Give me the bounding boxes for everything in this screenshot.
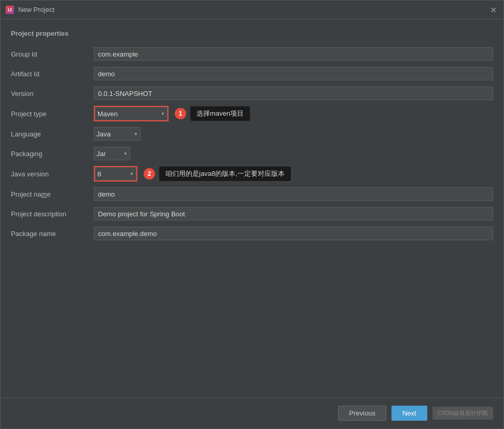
project-desc-label: Project description [11, 210, 94, 218]
annotation-2-number: 2 [144, 168, 155, 179]
version-row: Version [11, 86, 493, 101]
package-name-input[interactable] [94, 227, 493, 240]
close-button[interactable]: ✕ [488, 5, 498, 15]
section-title: Project properties [11, 30, 493, 37]
packaging-select-wrapper: Jar War [94, 147, 130, 160]
language-select-wrapper: Java Kotlin Groovy [94, 127, 141, 141]
package-name-row: Package name [11, 226, 493, 241]
packaging-label: Packaging [11, 150, 94, 158]
annotation-2: 2 咱们用的是java8的版本,一定要对应版本 [144, 167, 291, 181]
java-version-select-wrapper: 8 11 17 [94, 166, 137, 182]
annotation-2-text: 咱们用的是java8的版本,一定要对应版本 [159, 167, 291, 181]
project-desc-row: Project description [11, 206, 493, 221]
group-id-row: Group Id [11, 47, 493, 61]
group-id-label: Group Id [11, 50, 94, 58]
project-name-input[interactable] [94, 187, 493, 201]
language-select[interactable]: Java Kotlin Groovy [94, 127, 141, 141]
annotation-1-text: 选择maven项目 [190, 106, 250, 121]
project-name-label: Project name [11, 190, 94, 198]
annotation-1-number: 1 [175, 108, 186, 119]
watermark: CSDN@良辰针护戳 [432, 407, 493, 420]
java-version-label: Java version [11, 170, 94, 178]
previous-button[interactable]: Previous [338, 406, 386, 421]
packaging-select[interactable]: Jar War [94, 147, 130, 160]
project-type-select-wrapper: Maven Gradle [94, 106, 169, 121]
next-button[interactable]: Next [391, 406, 427, 421]
project-desc-input[interactable] [94, 207, 493, 220]
annotation-1: 1 选择maven项目 [175, 106, 250, 121]
form-content: Project properties Group Id Artifact Id … [1, 19, 503, 397]
version-input[interactable] [94, 87, 493, 100]
java-version-row: Java version 8 11 17 2 咱们用的是java8的版本,一定要… [11, 166, 493, 182]
project-type-label: Project type [11, 110, 94, 118]
group-id-input[interactable] [94, 47, 493, 61]
window-title: New Project [18, 6, 54, 13]
artifact-id-label: Artifact Id [11, 70, 94, 78]
packaging-row: Packaging Jar War [11, 146, 493, 161]
java-version-select[interactable]: 8 11 17 [95, 167, 136, 181]
title-bar: IJ New Project ✕ [1, 1, 503, 19]
version-label: Version [11, 90, 94, 98]
project-type-row: Project type Maven Gradle 1 选择maven项目 [11, 106, 493, 121]
footer: Previous Next CSDN@良辰针护戳 [1, 397, 503, 428]
project-name-row: Project name [11, 187, 493, 201]
project-type-select[interactable]: Maven Gradle [95, 107, 167, 120]
app-icon: IJ [6, 6, 14, 14]
new-project-dialog: IJ New Project ✕ Project properties Grou… [0, 0, 504, 429]
language-label: Language [11, 130, 94, 138]
artifact-id-row: Artifact Id [11, 66, 493, 81]
package-name-label: Package name [11, 230, 94, 238]
language-row: Language Java Kotlin Groovy [11, 127, 493, 141]
artifact-id-input[interactable] [94, 67, 493, 80]
